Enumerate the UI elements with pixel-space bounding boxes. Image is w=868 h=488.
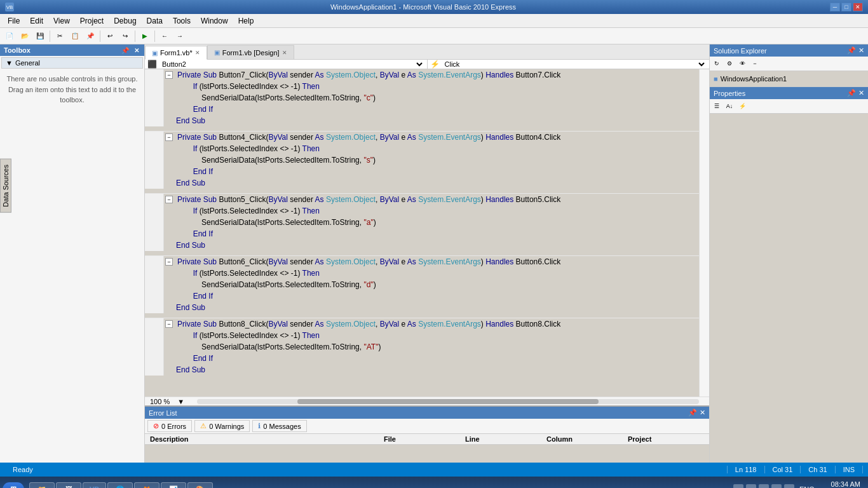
menu-bar: File Edit View Project Debug Data Tools … — [0, 14, 868, 28]
toolbox-section-header[interactable]: ▼ General — [1, 57, 143, 69]
taskbar: ⊞ 📁 🖼 VB 🌐 🦊 📊 🎨 ENG 08:34 AM 31-05-2015 — [0, 477, 868, 488]
tab-form1-design[interactable]: ▣ Form1.vb [Design] ✕ — [207, 45, 294, 59]
code-line: − Private Sub Button5_Click(ByVal sender… — [145, 194, 699, 205]
sol-properties-button[interactable]: ⚙ — [724, 58, 735, 69]
menu-debug[interactable]: Debug — [109, 14, 141, 27]
tray-icon-2[interactable] — [746, 484, 756, 488]
minimize-button[interactable]: ─ — [830, 3, 840, 11]
collapse-btn-2[interactable]: − — [165, 133, 173, 141]
clock-time: 08:34 AM — [825, 480, 860, 488]
tab-close-2[interactable]: ✕ — [282, 50, 287, 56]
solution-project-item[interactable]: ■ WindowsApplication1 — [712, 74, 865, 84]
toolbar-sep3 — [135, 30, 135, 42]
system-tray: ENG 08:34 AM 31-05-2015 — [733, 480, 865, 488]
status-right: Ln 118 Col 31 Ch 31 INS — [728, 466, 863, 473]
col-description: Description — [147, 435, 381, 443]
cut-button[interactable]: ✂ — [53, 29, 67, 43]
sol-close-button[interactable]: ✕ — [858, 46, 864, 55]
project-icon: ■ — [714, 75, 718, 83]
close-button[interactable]: ✕ — [853, 3, 863, 11]
restore-button[interactable]: □ — [841, 3, 851, 11]
method-dropdown[interactable]: Button2 — [159, 60, 424, 69]
toolbox-close-button[interactable]: ✕ — [133, 47, 140, 54]
collapse-btn-1[interactable]: − — [165, 71, 173, 79]
sol-show-all-button[interactable]: 👁 — [736, 58, 748, 69]
undo-button[interactable]: ↩ — [103, 29, 117, 43]
error-list-close-button[interactable]: ✕ — [700, 409, 705, 417]
copy-button[interactable]: 📋 — [68, 29, 82, 43]
error-list-toolbar: ⊘ 0 Errors ⚠ 0 Warnings ℹ 0 Messages — [145, 419, 709, 434]
taskbar-vb-button[interactable]: VB — [83, 482, 106, 489]
zoom-down-button[interactable]: ▼ — [175, 398, 187, 405]
tray-icon-3[interactable] — [759, 484, 769, 488]
prop-events-button[interactable]: ⚡ — [736, 100, 748, 112]
toolbar: 📄 📂 💾 ✂ 📋 📌 ↩ ↪ ▶ ← → — [0, 28, 868, 44]
error-list-pin-button[interactable]: 📌 — [688, 409, 697, 417]
menu-tools[interactable]: Tools — [168, 14, 196, 27]
menu-window[interactable]: Window — [196, 14, 233, 27]
tray-icon-1[interactable] — [733, 484, 743, 488]
tray-icon-network[interactable] — [784, 484, 794, 488]
taskbar-app6-button[interactable]: 🎨 — [187, 482, 213, 489]
paste-button[interactable]: 📌 — [83, 29, 97, 43]
block-separator-1 — [145, 126, 699, 132]
messages-filter-button[interactable]: ℹ 0 Messages — [252, 420, 306, 432]
tab-form1-vb[interactable]: ▣ Form1.vb* ✕ — [145, 46, 207, 60]
prop-sort-alpha-button[interactable]: A↓ — [724, 100, 735, 112]
nav-backward-button[interactable]: ← — [158, 29, 172, 43]
code-line: End If — [145, 353, 699, 364]
new-project-button[interactable]: 📄 — [3, 29, 17, 43]
collapse-btn-5[interactable]: − — [165, 320, 173, 328]
taskbar-explorer-button[interactable]: 📁 — [29, 482, 55, 489]
code-line: End If — [145, 104, 699, 115]
sol-collapse-button[interactable]: − — [749, 58, 761, 69]
menu-view[interactable]: View — [48, 14, 75, 27]
prop-close-button[interactable]: ✕ — [858, 89, 864, 97]
errors-filter-button[interactable]: ⊘ 0 Errors — [147, 420, 192, 432]
prop-sort-category-button[interactable]: ☰ — [711, 100, 722, 112]
code-line: If (lstPorts.SelectedIndex <> -1) Then — [145, 268, 699, 279]
redo-button[interactable]: ↪ — [118, 29, 132, 43]
tab-label-1: Form1.vb* — [160, 49, 193, 57]
start-button[interactable]: ▶ — [138, 29, 152, 43]
nav-forward-button[interactable]: → — [173, 29, 187, 43]
tray-icon-speaker[interactable] — [771, 484, 782, 488]
toolbox-pin-button[interactable]: 📌 — [120, 47, 130, 54]
sol-refresh-button[interactable]: ↻ — [711, 58, 722, 69]
save-button[interactable]: 💾 — [33, 29, 47, 43]
taskbar-media-button[interactable]: 🖼 — [56, 482, 81, 489]
menu-data[interactable]: Data — [142, 14, 168, 27]
prop-pin-button[interactable]: 📌 — [847, 89, 856, 97]
code-editor[interactable]: − Private Sub Button7_Click(ByVal sender… — [145, 69, 699, 396]
collapse-btn-3[interactable]: − — [165, 196, 173, 203]
method-dropdown-icon: ⬛ — [147, 60, 157, 69]
data-sources-tab[interactable]: Data Sources — [0, 159, 11, 213]
start-button[interactable]: ⊞ — [3, 482, 24, 488]
code-line: If (lstPorts.SelectedIndex <> -1) Then — [145, 205, 699, 217]
taskbar-firefox-button[interactable]: 🦊 — [134, 482, 159, 489]
taskbar-app5-button[interactable]: 📊 — [161, 482, 186, 489]
sol-pin-button[interactable]: 📌 — [847, 46, 856, 55]
tab-label-2: Form1.vb [Design] — [222, 49, 280, 57]
menu-project[interactable]: Project — [75, 14, 109, 27]
error-count: 0 Errors — [161, 423, 186, 430]
menu-edit[interactable]: Edit — [25, 14, 48, 27]
code-line: End Sub — [145, 364, 699, 376]
title-bar: VB WindowsApplication1 - Microsoft Visua… — [0, 0, 868, 14]
open-button[interactable]: 📂 — [18, 29, 32, 43]
menu-help[interactable]: Help — [233, 14, 259, 27]
menu-file[interactable]: File — [3, 14, 25, 27]
scroll-thumb[interactable] — [297, 399, 599, 404]
editor-dropdowns: ⬛ Button2 ⚡ Click — [145, 60, 709, 69]
warnings-filter-button[interactable]: ⚠ 0 Warnings — [194, 420, 250, 432]
event-dropdown[interactable]: Click — [442, 60, 707, 69]
error-table-header: Description File Line Column Project — [145, 434, 709, 445]
code-line: − Private Sub Button4_Click(ByVal sender… — [145, 132, 699, 143]
taskbar-browser-button[interactable]: 🌐 — [107, 482, 133, 489]
scroll-track[interactable] — [197, 399, 699, 404]
horizontal-scrollbar[interactable]: 100 % ▼ — [145, 396, 709, 405]
tab-close-1[interactable]: ✕ — [195, 50, 200, 56]
message-icon: ℹ — [258, 422, 261, 430]
tabs-bar: ▣ Form1.vb* ✕ ▣ Form1.vb [Design] ✕ — [145, 44, 709, 60]
collapse-btn-4[interactable]: − — [165, 258, 173, 266]
